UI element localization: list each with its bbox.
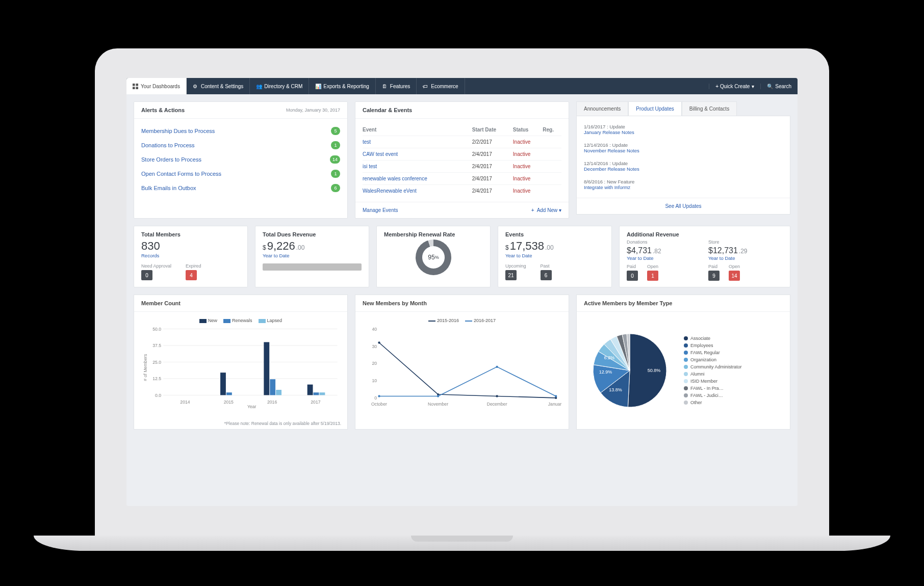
svg-text:30: 30 <box>372 344 377 349</box>
svg-text:2016: 2016 <box>267 399 277 405</box>
events-table: Event Start Date Status Reg. test2/2/201… <box>363 124 561 197</box>
pie-legend: AssociateEmployeesFAWL RegularOrganizati… <box>684 335 742 406</box>
svg-rect-23 <box>307 385 313 395</box>
svg-text:2015: 2015 <box>224 399 234 405</box>
svg-text:12.5: 12.5 <box>152 376 161 381</box>
nav-dashboards[interactable]: Your Dashboards <box>126 78 187 94</box>
svg-rect-1 <box>136 84 138 86</box>
manage-events-link[interactable]: Manage Events <box>363 207 398 213</box>
table-row[interactable]: isi test2/4/2017Inactive <box>363 161 561 173</box>
chart-icon: 📊 <box>315 84 321 89</box>
svg-text:December: December <box>487 402 507 407</box>
nav-content[interactable]: ⚙Content & Settings <box>187 78 250 94</box>
table-row[interactable]: CAW test event2/4/2017Inactive <box>363 148 561 161</box>
svg-text:13.8%: 13.8% <box>609 387 622 392</box>
svg-text:2017: 2017 <box>311 399 320 405</box>
svg-rect-16 <box>220 372 226 395</box>
svg-rect-20 <box>270 379 275 395</box>
nav-features[interactable]: 🗓Features <box>376 78 417 94</box>
svg-point-41 <box>378 395 380 397</box>
svg-text:37.5: 37.5 <box>152 343 161 348</box>
add-new-event-link[interactable]: + Add New ▾ <box>531 207 561 213</box>
tag-icon: 🏷 <box>423 84 428 89</box>
tab-product-updates[interactable]: Product Updates <box>628 101 682 116</box>
svg-point-43 <box>496 366 498 368</box>
new-members-chart: New Members by Month 2015-2016 2016-2017… <box>355 295 569 430</box>
svg-text:50.0: 50.0 <box>152 327 161 332</box>
update-link[interactable]: January Release Notes <box>584 129 783 135</box>
upcoming-badge[interactable]: 21 <box>505 270 517 280</box>
alert-link[interactable]: Open Contact Forms to Process <box>141 171 221 177</box>
alert-link[interactable]: Donations to Process <box>141 142 195 148</box>
table-row[interactable]: WalesRenewable eVent2/4/2017Inactive <box>363 185 561 197</box>
dues-revenue-card: Total Dues Revenue $9,226.00 Year to Dat… <box>255 226 369 287</box>
laptop-base <box>34 536 890 551</box>
see-all-updates-link[interactable]: See All Updates <box>665 203 701 209</box>
expired-badge[interactable]: 4 <box>186 270 197 280</box>
total-members-card: Total Members 830 Records Need Approval0… <box>134 226 248 287</box>
calendar-icon: 🗓 <box>382 84 388 89</box>
alert-link[interactable]: Store Orders to Process <box>141 156 201 163</box>
pie-chart-svg: 50.8%13.8%12.9%6.2% <box>584 325 676 416</box>
nav-ecommerce[interactable]: 🏷Ecommerce <box>417 78 465 94</box>
alerts-date: Monday, January 30, 2017 <box>286 108 340 113</box>
member-type-pie: Active Members by Member Type 50.8%13.8%… <box>576 295 790 430</box>
svg-text:50.8%: 50.8% <box>648 368 661 373</box>
alerts-title: Alerts & Actions <box>141 107 185 113</box>
svg-text:0: 0 <box>374 395 377 401</box>
svg-rect-3 <box>136 87 138 89</box>
table-row[interactable]: test2/2/2017Inactive <box>363 136 561 148</box>
svg-text:2014: 2014 <box>180 399 190 405</box>
events-title: Calendar & Events <box>363 107 412 113</box>
announce-tabs: Announcements Product Updates Billing & … <box>576 101 790 116</box>
svg-text:January: January <box>548 402 561 407</box>
alert-count: 14 <box>330 155 340 164</box>
nav-dashboards-label: Your Dashboards <box>141 84 180 89</box>
svg-text:12.9%: 12.9% <box>599 369 612 375</box>
need-approval-badge[interactable]: 0 <box>141 270 152 280</box>
gear-icon: ⚙ <box>193 84 198 89</box>
member-count-chart: Member Count New Renewals Lapsed 0.012.5… <box>134 295 348 430</box>
svg-text:Year: Year <box>247 404 256 409</box>
svg-rect-19 <box>264 342 269 395</box>
dues-progress-bar <box>263 263 362 271</box>
nav-directory[interactable]: 👥Directory & CRM <box>250 78 309 94</box>
quick-create-button[interactable]: + Quick Create ▾ <box>709 84 760 89</box>
svg-text:25.0: 25.0 <box>152 360 161 365</box>
bar-chart-svg: 0.012.525.037.550.02014201520162017Year#… <box>141 326 340 409</box>
users-icon: 👥 <box>256 84 262 89</box>
update-link[interactable]: Integrate with Informz <box>584 184 783 190</box>
line-chart-svg: 010203040OctoberNovemberDecemberJanuary <box>363 326 561 409</box>
search-button[interactable]: 🔍 Search <box>760 84 798 89</box>
alert-link[interactable]: Bulk Emails in Outbox <box>141 185 196 191</box>
additional-revenue-card: Additional Revenue Donations $4,731.82 Y… <box>619 226 790 287</box>
laptop-frame: Your Dashboards ⚙Content & Settings 👥Dir… <box>95 48 829 538</box>
table-row[interactable]: renewable wales conference2/4/2017Inacti… <box>363 173 561 185</box>
svg-rect-21 <box>276 390 281 395</box>
tab-announcements[interactable]: Announcements <box>576 101 628 116</box>
tab-billing[interactable]: Billing & Contacts <box>682 101 737 116</box>
svg-rect-0 <box>133 84 135 86</box>
grid-icon <box>133 84 138 89</box>
svg-text:20: 20 <box>372 361 377 366</box>
svg-text:# of Members: # of Members <box>143 354 148 381</box>
svg-text:6.2%: 6.2% <box>604 355 615 360</box>
alert-count: 6 <box>331 184 340 192</box>
alert-link[interactable]: Membership Dues to Process <box>141 128 215 134</box>
svg-text:40: 40 <box>372 327 377 332</box>
alert-count: 1 <box>331 141 340 149</box>
past-badge[interactable]: 6 <box>541 270 552 280</box>
svg-text:10: 10 <box>372 378 377 383</box>
svg-text:0.0: 0.0 <box>155 393 161 398</box>
update-link[interactable]: November Release Notes <box>584 148 783 153</box>
screen: Your Dashboards ⚙Content & Settings 👥Dir… <box>126 78 798 506</box>
events-metric-card: Events $17,538.00 Year to Date Upcoming2… <box>498 226 612 287</box>
alerts-card: Alerts & ActionsMonday, January 30, 2017… <box>134 101 348 219</box>
nav-exports[interactable]: 📊Exports & Reporting <box>309 78 376 94</box>
svg-point-42 <box>437 395 439 397</box>
svg-rect-2 <box>133 87 135 89</box>
update-link[interactable]: December Release Notes <box>584 166 783 172</box>
announcements-card: Announcements Product Updates Billing & … <box>576 101 790 219</box>
alert-count: 1 <box>331 170 340 178</box>
alert-count: 5 <box>331 127 340 135</box>
